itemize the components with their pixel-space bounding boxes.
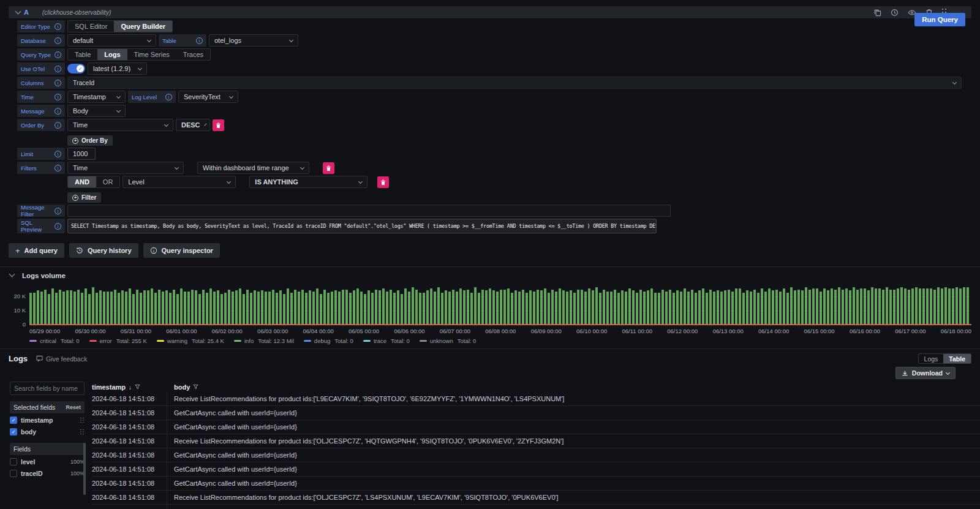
info-icon[interactable] — [55, 66, 61, 72]
legend-item-critical[interactable]: criticalTotal: 0 — [29, 337, 80, 344]
selected-field-timestamp[interactable]: timestamp — [10, 415, 85, 425]
remove-order-by-button[interactable] — [213, 119, 224, 131]
legend-item-warning[interactable]: warningTotal: 25.4 K — [157, 337, 224, 344]
info-icon[interactable] — [55, 80, 61, 86]
info-icon[interactable] — [165, 94, 172, 100]
info-icon[interactable] — [55, 165, 61, 172]
filter2-operator-select[interactable]: IS ANYTHING — [249, 176, 368, 188]
filter-funnel-icon[interactable] — [193, 384, 198, 390]
editor-type-option-query-builder[interactable]: Query Builder — [114, 21, 172, 32]
order-by-direction-select[interactable]: DESC — [176, 119, 210, 131]
info-icon[interactable] — [55, 37, 61, 44]
checkbox[interactable] — [10, 417, 17, 424]
available-field-traceID[interactable]: traceID100% — [10, 469, 85, 478]
time-column-select[interactable]: Timestamp — [67, 91, 126, 103]
column-header-timestamp[interactable]: timestamp — [92, 383, 167, 391]
filter2-field-select[interactable]: Level — [123, 176, 236, 188]
log-level-column-select[interactable]: SeverityText — [178, 91, 238, 103]
remove-filter1-button[interactable] — [323, 162, 334, 174]
field-name: traceID — [21, 470, 43, 477]
volume-bar — [121, 290, 124, 325]
legend-item-trace[interactable]: traceTotal: 0 — [363, 337, 410, 344]
filter1-operator-select[interactable]: Within dashboard time range — [197, 162, 309, 174]
info-icon[interactable] — [55, 223, 61, 230]
info-icon[interactable] — [196, 37, 203, 44]
sort-desc-icon[interactable] — [129, 383, 132, 391]
query-type-option-traces[interactable]: Traces — [176, 49, 210, 60]
columns-multiselect[interactable]: TraceId — [67, 77, 962, 89]
checkbox[interactable] — [10, 458, 17, 466]
volume-bar — [489, 288, 491, 325]
selected-field-body[interactable]: body — [10, 427, 85, 437]
query-inspector-button[interactable]: Query inspector — [143, 243, 220, 258]
view-option-table[interactable]: Table — [943, 354, 971, 363]
available-field-level[interactable]: level100% — [10, 457, 85, 467]
legend-item-error[interactable]: errorTotal: 255 K — [89, 337, 147, 344]
remove-filter2-button[interactable] — [377, 176, 389, 188]
info-icon[interactable] — [55, 122, 61, 129]
legend-item-info[interactable]: infoTotal: 12.3 Mil — [234, 337, 294, 344]
volume-bar — [698, 290, 701, 325]
info-icon[interactable] — [55, 51, 61, 58]
duplicate-icon[interactable] — [873, 9, 881, 17]
download-button[interactable]: Download — [895, 367, 956, 379]
give-feedback-link[interactable]: Give feedback — [36, 355, 87, 363]
logs-volume-header[interactable]: Logs volume — [9, 270, 971, 281]
search-fields-input[interactable] — [10, 382, 85, 395]
filter1-field-select[interactable]: Time — [67, 162, 184, 174]
field-name: level — [21, 458, 35, 466]
bool-option-or[interactable]: OR — [96, 176, 120, 187]
message-filter-input[interactable] — [67, 205, 671, 217]
info-icon[interactable] — [55, 208, 61, 214]
volume-bar — [860, 288, 862, 325]
legend-item-debug[interactable]: debugTotal: 0 — [304, 337, 353, 344]
checkbox[interactable] — [10, 428, 17, 435]
table-select[interactable]: otel_logs — [209, 34, 298, 47]
bool-option-and[interactable]: AND — [68, 176, 96, 187]
view-option-logs[interactable]: Logs — [919, 354, 944, 363]
volume-bar — [853, 287, 855, 325]
legend-series-name: critical — [40, 337, 56, 344]
filter-funnel-icon[interactable] — [135, 384, 140, 390]
x-tick-label: 06/13 00:00 — [713, 328, 744, 334]
volume-bar — [224, 293, 227, 325]
add-filter-button[interactable]: +Filter — [67, 192, 101, 203]
column-header-body[interactable]: body — [167, 383, 980, 391]
order-by-field-select[interactable]: Time — [67, 119, 173, 131]
history-icon[interactable] — [891, 9, 899, 17]
volume-bar — [944, 287, 947, 325]
use-otel-toggle[interactable]: ✓ — [67, 64, 85, 74]
sidebar-scrollbar[interactable] — [83, 443, 86, 495]
table-row: 2024-06-18 14:51:08Receive ListRecommend… — [92, 491, 980, 505]
volume-bar — [963, 287, 965, 325]
message-column-select[interactable]: Body — [67, 105, 126, 117]
sql-preview-code[interactable]: SELECT Timestamp as timestamp, Body as b… — [67, 219, 657, 233]
volume-bar — [790, 287, 793, 325]
legend-item-unknown[interactable]: unknownTotal: 0 — [420, 337, 477, 344]
field-name: timestamp — [21, 417, 53, 424]
info-icon[interactable] — [55, 151, 61, 157]
info-icon[interactable] — [55, 94, 61, 100]
legend-series-total: Total: 0 — [61, 337, 80, 344]
collapse-caret-icon[interactable] — [15, 9, 21, 15]
checkbox[interactable] — [10, 470, 17, 477]
query-type-option-time-series[interactable]: Time Series — [127, 49, 176, 60]
volume-bar — [48, 294, 50, 325]
query-type-option-table[interactable]: Table — [68, 49, 97, 60]
drag-handle-icon[interactable] — [80, 429, 85, 435]
editor-type-option-sql-editor[interactable]: SQL Editor — [68, 21, 114, 32]
drag-handle-icon[interactable] — [80, 418, 85, 423]
info-icon[interactable] — [55, 108, 61, 115]
database-select[interactable]: default — [67, 34, 156, 47]
limit-input[interactable]: 1000 — [67, 148, 96, 160]
reset-fields-button[interactable]: Reset — [66, 404, 81, 410]
add-query-button[interactable]: +Add query — [9, 243, 64, 258]
info-icon[interactable] — [55, 23, 61, 30]
volume-bar — [364, 294, 366, 325]
otel-version-select[interactable]: latest (1.2.9) — [88, 62, 147, 75]
add-order-by-button[interactable]: +Order By — [67, 135, 113, 146]
volume-bar — [511, 293, 513, 325]
query-type-option-logs[interactable]: Logs — [97, 49, 127, 60]
x-tick-label: 06/14 00:00 — [758, 328, 789, 334]
query-history-button[interactable]: Query history — [69, 243, 138, 258]
